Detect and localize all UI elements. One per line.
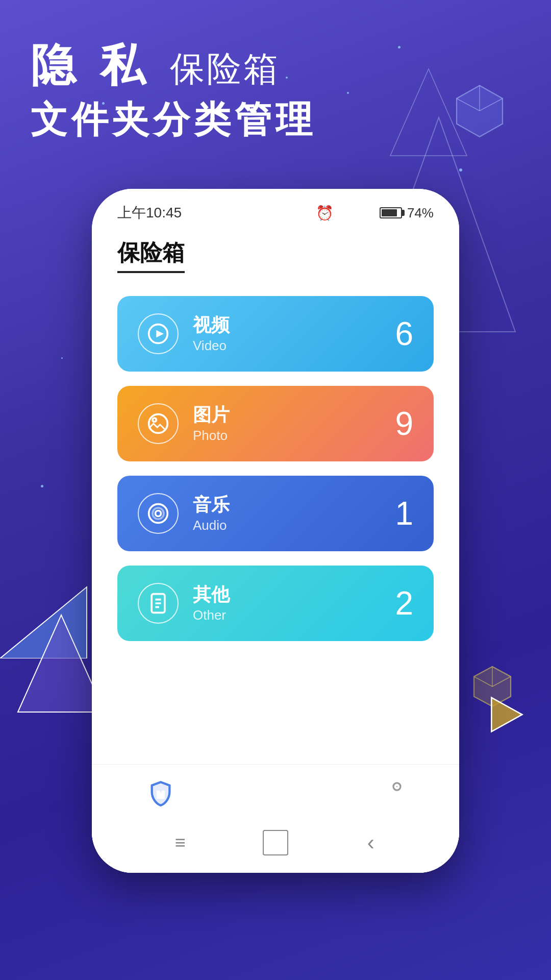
bottom-navigation: M	[92, 764, 459, 822]
phone-mockup: 上午10:45 ⏰	[92, 189, 459, 873]
alarm-icon: ⏰	[316, 205, 334, 222]
status-time: 上午10:45	[117, 203, 182, 223]
svg-line-10	[474, 677, 492, 687]
cube-decoration-top	[449, 82, 510, 143]
audio-labels: 音乐 Audio	[193, 494, 395, 533]
svg-rect-14	[361, 214, 363, 218]
status-right-icons: ⏰	[316, 205, 434, 222]
svg-point-41	[306, 797, 311, 801]
audio-icon-circle	[138, 493, 179, 534]
svg-marker-8	[474, 667, 511, 706]
svg-marker-6	[0, 587, 87, 658]
settings-button[interactable]	[407, 241, 434, 270]
nav-item-profile[interactable]	[367, 775, 414, 812]
video-name-en: Video	[193, 338, 395, 354]
photo-name-zh: 图片	[193, 404, 395, 426]
battery-percent: 74%	[407, 205, 434, 221]
svg-point-36	[312, 786, 316, 790]
cube-decoration-bottom	[469, 664, 515, 709]
signal-icon	[360, 207, 374, 219]
audio-count: 1	[395, 495, 413, 532]
svg-text:M: M	[157, 790, 164, 800]
svg-rect-16	[368, 209, 370, 219]
svg-point-25	[153, 508, 164, 519]
video-icon-circle	[138, 313, 179, 354]
svg-rect-15	[364, 212, 367, 219]
header-text-block: 隐 私 保险箱 文件夹分类管理	[31, 41, 316, 144]
svg-line-11	[492, 677, 511, 687]
video-count: 6	[395, 315, 413, 353]
android-nav-bar: ≡ ‹	[92, 825, 459, 861]
photo-count: 9	[395, 405, 413, 443]
video-name-zh: 视频	[193, 314, 395, 336]
wifi-icon	[339, 205, 355, 221]
photo-icon-circle	[138, 403, 179, 444]
nav-item-vault[interactable]: M	[137, 775, 184, 812]
nav-item-apps[interactable]	[290, 775, 337, 812]
header-line2: 文件夹分类管理	[31, 95, 316, 144]
svg-point-38	[306, 791, 311, 796]
music-icon	[147, 502, 169, 525]
app-header: 保险箱	[92, 228, 459, 286]
photo-icon	[147, 412, 169, 435]
other-name-en: Other	[193, 607, 395, 623]
other-icon-circle	[138, 583, 179, 624]
other-count: 2	[395, 584, 413, 622]
triangle-blue-left	[0, 536, 92, 658]
photo-name-en: Photo	[193, 428, 395, 444]
svg-point-35	[306, 786, 311, 790]
svg-marker-20	[156, 330, 164, 338]
svg-point-37	[317, 786, 322, 790]
categories-list: 视频 Video 6 图片 Photo 9	[92, 286, 459, 666]
svg-marker-12	[491, 698, 522, 732]
svg-line-5	[480, 99, 503, 111]
svg-point-42	[312, 797, 316, 801]
battery-icon	[380, 207, 402, 218]
svg-point-21	[149, 414, 168, 433]
audio-name-en: Audio	[193, 518, 395, 533]
svg-point-13	[346, 217, 348, 219]
svg-rect-17	[371, 208, 374, 219]
category-card-photo[interactable]: 图片 Photo 9	[117, 386, 434, 461]
svg-line-4	[457, 99, 480, 111]
svg-marker-2	[457, 86, 503, 137]
profile-icon	[377, 780, 404, 806]
gear-icon	[407, 241, 434, 268]
svg-point-46	[395, 785, 399, 789]
android-home-btn[interactable]	[263, 830, 288, 855]
category-card-audio[interactable]: 音乐 Audio 1	[117, 476, 434, 551]
video-labels: 视频 Video	[193, 314, 395, 354]
triangle-outline-small	[388, 66, 469, 158]
svg-point-24	[156, 511, 161, 517]
status-bar: 上午10:45 ⏰	[92, 189, 459, 228]
file-icon	[147, 592, 169, 615]
list-icon	[224, 780, 251, 806]
play-icon	[147, 323, 169, 345]
triangle-yellow-small	[485, 694, 525, 735]
svg-point-18	[417, 251, 424, 258]
app-title: 保险箱	[117, 238, 185, 273]
svg-point-39	[312, 791, 316, 796]
header-main-text: 隐 私	[31, 40, 151, 90]
header-line1: 隐 私 保险箱	[31, 41, 316, 90]
svg-point-43	[317, 797, 322, 801]
photo-labels: 图片 Photo	[193, 404, 395, 444]
other-labels: 其他 Other	[193, 583, 395, 623]
other-name-zh: 其他	[193, 583, 395, 605]
shield-icon: M	[147, 780, 174, 806]
svg-marker-1	[390, 69, 467, 156]
header-sub-text: 保险箱	[170, 49, 280, 88]
apps-icon	[300, 780, 327, 806]
category-card-other[interactable]: 其他 Other 2	[117, 566, 434, 641]
nav-item-list[interactable]	[214, 775, 261, 812]
audio-name-zh: 音乐	[193, 494, 395, 516]
svg-point-40	[317, 791, 322, 796]
category-card-video[interactable]: 视频 Video 6	[117, 296, 434, 372]
android-back-btn[interactable]: ‹	[358, 830, 384, 855]
android-menu-btn[interactable]: ≡	[167, 830, 193, 855]
svg-point-22	[153, 418, 156, 422]
